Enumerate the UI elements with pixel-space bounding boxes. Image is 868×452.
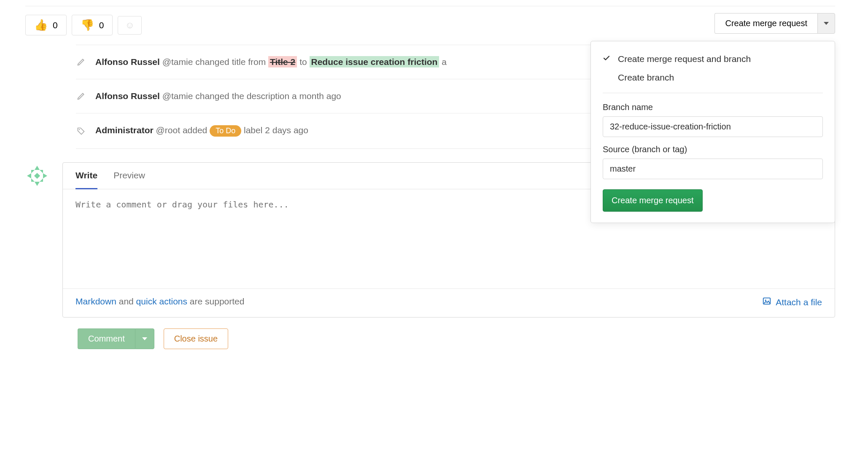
comment-button[interactable]: Comment [78, 328, 135, 349]
dropdown-option-mr-and-branch[interactable]: Create merge request and branch [591, 50, 835, 68]
svg-marker-6 [31, 170, 35, 173]
close-issue-button[interactable]: Close issue [164, 328, 228, 349]
branch-name-input[interactable] [603, 116, 823, 137]
create-merge-request-dropdown: Create merge request and branch Create b… [590, 41, 835, 223]
svg-point-0 [79, 129, 80, 130]
svg-marker-9 [40, 178, 43, 182]
reaction-thumbs-down[interactable]: 👎 0 [72, 15, 113, 35]
comment-caret-button[interactable] [135, 328, 154, 349]
quick-actions-link[interactable]: quick actions [136, 296, 187, 306]
activity-author: Administrator [95, 125, 154, 135]
branch-name-label: Branch name [603, 102, 823, 112]
activity-author: Alfonso Russel [95, 57, 160, 67]
pencil-icon [76, 92, 86, 100]
label-badge[interactable]: To Do [210, 125, 241, 137]
tag-icon [76, 127, 86, 135]
create-merge-request-split-button: Create merge request [714, 13, 835, 34]
old-title: Title 2 [268, 56, 297, 67]
tab-preview[interactable]: Preview [113, 170, 145, 189]
pencil-icon [76, 58, 86, 66]
thumbs-up-icon: 👍 [34, 19, 48, 32]
activity-author: Alfonso Russel [95, 91, 160, 101]
dropdown-option-branch-label: Create branch [618, 73, 674, 83]
avatar [25, 164, 49, 188]
caret-down-icon [824, 22, 829, 25]
activity-handle: @tamie [162, 91, 193, 101]
new-title: Reduce issue creation friction [310, 56, 439, 67]
svg-marker-7 [40, 170, 43, 173]
source-label: Source (branch or tag) [603, 145, 823, 154]
svg-marker-3 [27, 173, 31, 178]
dropdown-create-merge-request-button[interactable]: Create merge request [603, 189, 703, 212]
create-merge-request-caret[interactable] [817, 13, 835, 34]
attach-file-button[interactable]: Attach a file [762, 296, 822, 308]
reaction-thumbs-up[interactable]: 👍 0 [25, 15, 67, 35]
svg-rect-5 [34, 173, 40, 179]
activity-handle: @tamie [162, 57, 193, 67]
attach-file-label: Attach a file [776, 297, 822, 307]
smiley-icon: ☺ [125, 20, 134, 31]
tab-write[interactable]: Write [75, 170, 97, 189]
svg-marker-2 [35, 182, 40, 186]
source-input[interactable] [603, 159, 823, 179]
check-icon [603, 54, 612, 64]
dropdown-option-mr-and-branch-label: Create merge request and branch [618, 54, 751, 64]
svg-marker-8 [31, 178, 35, 182]
svg-marker-1 [35, 166, 40, 170]
caret-down-icon [142, 337, 147, 340]
svg-point-11 [765, 300, 766, 301]
svg-marker-4 [43, 173, 47, 178]
image-icon [762, 296, 771, 308]
reaction-thumbs-up-count: 0 [53, 20, 58, 30]
reaction-thumbs-down-count: 0 [99, 20, 104, 30]
comment-split-button: Comment [78, 328, 154, 349]
activity-handle: @root [156, 125, 181, 135]
thumbs-down-icon: 👎 [81, 19, 94, 32]
create-merge-request-button[interactable]: Create merge request [714, 13, 817, 34]
dropdown-option-branch[interactable]: Create branch [591, 68, 835, 87]
add-reaction-button[interactable]: ☺ [118, 16, 141, 35]
markdown-link[interactable]: Markdown [75, 296, 116, 306]
